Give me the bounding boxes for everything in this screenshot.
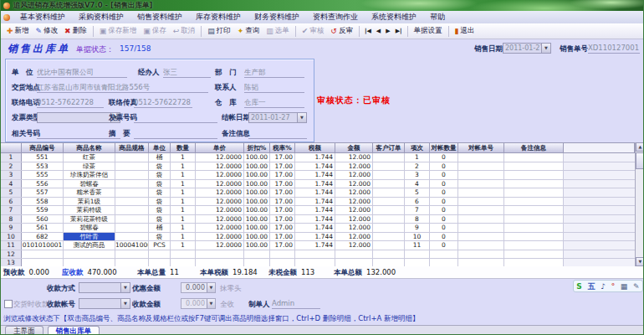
table-cell[interactable]	[115, 233, 149, 241]
tab-2[interactable]: 销售出库单	[48, 326, 100, 335]
table-cell[interactable]	[115, 171, 149, 179]
table-cell[interactable]: 100.00	[244, 206, 270, 214]
chevron-down-icon[interactable]: ▼	[207, 299, 215, 308]
table-cell[interactable]	[504, 215, 564, 224]
table-cell[interactable]: 12.0000	[196, 180, 244, 188]
table-cell[interactable]	[335, 250, 373, 259]
menu-item-1[interactable]: 基本资料维护	[13, 12, 72, 23]
table-cell[interactable]: 12.000	[335, 180, 373, 188]
table-cell[interactable]: 0	[430, 206, 458, 214]
payment-account-combo[interactable]: ▼	[79, 298, 130, 309]
table-cell[interactable]	[504, 188, 564, 197]
print-button[interactable]: ▤打印	[204, 25, 234, 37]
agent-field[interactable]: 张三	[163, 67, 211, 78]
table-cell[interactable]: 测试的商品	[64, 241, 115, 250]
table-cell[interactable]: 1.744	[295, 233, 335, 241]
table-cell[interactable]	[171, 250, 196, 259]
nav-next-button[interactable]: ▶	[383, 27, 392, 35]
table-cell[interactable]: 0	[430, 224, 458, 232]
table-cell[interactable]: 糯米香茶	[64, 188, 115, 197]
row-number-cell[interactable]: 11	[1, 241, 22, 250]
table-cell[interactable]: 1.744	[295, 180, 335, 188]
row-number-cell[interactable]: 5	[1, 188, 22, 197]
payment-amount-field[interactable]: 0.000 ▼	[181, 298, 216, 309]
table-cell[interactable]: 100.00	[244, 171, 270, 179]
table-cell[interactable]: 17.00	[270, 153, 295, 162]
table-cell[interactable]: 1	[171, 215, 196, 224]
add-button[interactable]: ✚新增	[3, 25, 33, 37]
table-cell[interactable]	[373, 198, 405, 206]
row-number-cell[interactable]: 6	[1, 198, 22, 206]
column-header[interactable]: 商品名称	[64, 143, 115, 152]
table-cell[interactable]: 0	[430, 198, 458, 206]
table-cell[interactable]: 12.0000	[196, 233, 244, 241]
table-cell[interactable]: 100.00	[244, 215, 270, 224]
table-cell[interactable]	[115, 162, 149, 171]
menu-item-4[interactable]: 库存资料维护	[189, 12, 248, 23]
table-cell[interactable]	[504, 224, 564, 232]
table-cell[interactable]: 袋	[149, 171, 171, 179]
table-cell[interactable]	[458, 224, 504, 232]
table-cell[interactable]: 100.00	[244, 180, 270, 188]
table-cell[interactable]: 袋	[149, 162, 171, 171]
row-number-cell[interactable]: 1	[1, 153, 22, 162]
table-cell[interactable]: 1	[171, 206, 196, 214]
table-cell[interactable]: 1.744	[295, 206, 335, 214]
table-cell[interactable]: 17.00	[270, 224, 295, 232]
table-cell[interactable]	[504, 233, 564, 241]
table-cell[interactable]: 0	[430, 153, 458, 162]
table-cell[interactable]: 17.00	[270, 171, 295, 179]
menu-item-8[interactable]: 帮助	[423, 12, 452, 23]
table-cell[interactable]: 100.00	[244, 198, 270, 206]
doc-settings-button[interactable]: 单据设置	[411, 25, 446, 37]
search-button[interactable]: ✦查询	[234, 25, 263, 37]
keyboard-icon[interactable]: ▦	[621, 281, 628, 291]
table-cell[interactable]: 100.00	[244, 188, 270, 197]
table-cell[interactable]	[373, 171, 405, 179]
sogou-icon[interactable]: S	[576, 281, 581, 291]
table-cell[interactable]	[373, 215, 405, 224]
table-cell[interactable]	[458, 171, 504, 179]
table-cell[interactable]: 2	[405, 162, 430, 171]
row-number-cell[interactable]: 3	[1, 171, 22, 179]
column-header[interactable]: 单价	[196, 143, 244, 152]
row-number-cell[interactable]: 9	[1, 224, 22, 232]
cod-checkbox[interactable]	[4, 300, 13, 308]
row-number-cell[interactable]: 4	[1, 180, 22, 188]
table-cell[interactable]: 袋	[149, 215, 171, 224]
table-cell[interactable]: 17.00	[270, 241, 295, 250]
invoice-type-combo[interactable]: ▼	[37, 112, 120, 123]
table-cell[interactable]	[504, 171, 564, 179]
table-cell[interactable]	[115, 180, 149, 188]
table-cell[interactable]: 1.744	[295, 224, 335, 232]
table-cell[interactable]	[373, 233, 405, 241]
table-cell[interactable]: 12.0000	[196, 171, 244, 179]
table-cell[interactable]	[115, 153, 149, 162]
table-cell[interactable]: 茉莉花茶特级	[64, 215, 115, 224]
menu-item-6[interactable]: 资料查询作业	[306, 12, 365, 23]
table-cell[interactable]	[295, 250, 335, 259]
warehouse-field[interactable]: 仓库一	[244, 97, 304, 108]
unit-field[interactable]: 优比中国有限公司	[37, 67, 127, 78]
chevron-down-icon[interactable]: ▼	[120, 299, 130, 308]
table-cell[interactable]: 1.744	[295, 241, 335, 250]
table-cell[interactable]	[458, 233, 504, 241]
table-cell[interactable]: 17.00	[270, 215, 295, 224]
reverse-audit-button[interactable]: ↺反审	[327, 25, 356, 37]
table-cell[interactable]	[373, 188, 405, 197]
column-header[interactable]: 客户订单	[373, 143, 405, 152]
table-cell[interactable]: 12.000	[335, 224, 373, 232]
table-cell[interactable]: 11	[405, 241, 430, 250]
table-cell[interactable]: 0	[430, 188, 458, 197]
table-cell[interactable]: 0	[430, 241, 458, 250]
table-cell[interactable]: 袋	[149, 206, 171, 214]
table-cell[interactable]: 5	[405, 188, 430, 197]
column-header[interactable]: 税率%	[270, 143, 295, 152]
table-cell[interactable]: 557	[22, 188, 64, 197]
table-cell[interactable]	[373, 162, 405, 171]
table-cell[interactable]: 袋	[149, 188, 171, 197]
row-number-cell[interactable]: 8	[1, 215, 22, 224]
table-cell[interactable]: 桶	[149, 153, 171, 162]
table-cell[interactable]	[504, 162, 564, 171]
table-cell[interactable]	[430, 250, 458, 259]
